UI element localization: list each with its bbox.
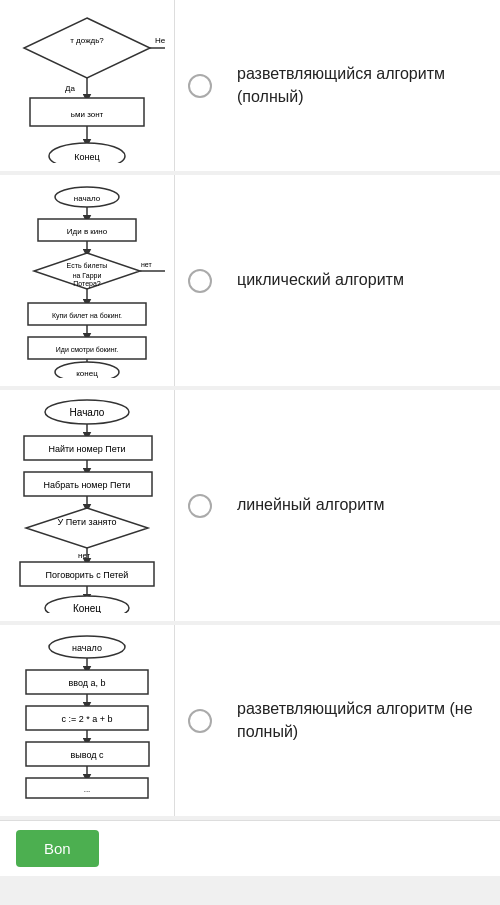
svg-text:т дождь?: т дождь?: [70, 36, 104, 45]
diagram-svg-2: начало Иди в кино Есть билеты на Гарри П…: [10, 183, 165, 378]
radio-circle-4[interactable]: [188, 709, 212, 733]
svg-text:Набрать номер Пети: Набрать номер Пети: [43, 480, 130, 490]
radio-4[interactable]: [175, 625, 225, 816]
svg-text:нет: нет: [141, 261, 153, 268]
svg-text:Конец: Конец: [72, 603, 100, 613]
svg-text:Начало: Начало: [69, 407, 104, 418]
diagram-2: начало Иди в кино Есть билеты на Гарри П…: [0, 175, 175, 386]
label-3: линейный алгоритм: [225, 390, 500, 621]
radio-circle-1[interactable]: [188, 74, 212, 98]
svg-text:ввод a, b: ввод a, b: [68, 678, 105, 688]
item-label-4: разветвляющийся алгоритм (не полный): [237, 698, 488, 743]
svg-text:Иди смотри бокинг.: Иди смотри бокинг.: [55, 346, 117, 354]
svg-text:Конец: Конец: [74, 152, 99, 162]
svg-text:Да: Да: [65, 84, 75, 93]
svg-text:Нет: Нет: [155, 36, 165, 45]
radio-1[interactable]: [175, 0, 225, 171]
check-button[interactable]: Bon: [16, 830, 99, 867]
svg-text:конец: конец: [76, 369, 98, 378]
quiz-item-1: т дождь? Нет Да ьми зонт Конец: [0, 0, 500, 171]
item-label-1: разветвляющийся алгоритм (полный): [237, 63, 488, 108]
diagram-4: начало ввод a, b c := 2 * a + b вывод c …: [0, 625, 175, 816]
quiz-container: т дождь? Нет Да ьми зонт Конец: [0, 0, 500, 876]
svg-text:вывод c: вывод c: [70, 750, 103, 760]
svg-text:начало: начало: [73, 194, 100, 203]
quiz-item-4: начало ввод a, b c := 2 * a + b вывод c …: [0, 625, 500, 816]
quiz-item-3: Начало Найти номер Пети Набрать номер Пе…: [0, 390, 500, 621]
diagram-svg-4: начало ввод a, b c := 2 * a + b вывод c …: [10, 633, 165, 808]
svg-text:на Гарри: на Гарри: [72, 272, 101, 280]
item-label-3: линейный алгоритм: [237, 494, 384, 516]
bottom-bar: Bon: [0, 820, 500, 876]
label-2: циклический алгоритм: [225, 175, 500, 386]
svg-text:Купи билет на бокинг.: Купи билет на бокинг.: [51, 312, 121, 320]
svg-text:ьми зонт: ьми зонт: [70, 110, 103, 119]
svg-text:Есть билеты: Есть билеты: [66, 262, 107, 269]
radio-3[interactable]: [175, 390, 225, 621]
svg-text:...: ...: [83, 785, 90, 794]
svg-text:Найти номер Пети: Найти номер Пети: [48, 444, 125, 454]
quiz-item-2: начало Иди в кино Есть билеты на Гарри П…: [0, 175, 500, 386]
radio-2[interactable]: [175, 175, 225, 386]
svg-marker-41: [26, 508, 148, 548]
diagram-svg-1: т дождь? Нет Да ьми зонт Конец: [10, 8, 165, 163]
radio-circle-3[interactable]: [188, 494, 212, 518]
svg-text:нет: нет: [78, 551, 91, 560]
diagram-1: т дождь? Нет Да ьми зонт Конец: [0, 0, 175, 171]
svg-text:начало: начало: [72, 643, 102, 653]
svg-text:У Пети занято: У Пети занято: [57, 517, 116, 527]
item-label-2: циклический алгоритм: [237, 269, 404, 291]
radio-circle-2[interactable]: [188, 269, 212, 293]
label-1: разветвляющийся алгоритм (полный): [225, 0, 500, 171]
svg-text:Поговорить с Петей: Поговорить с Петей: [45, 570, 128, 580]
svg-text:Потера?: Потера?: [73, 280, 101, 288]
diagram-3: Начало Найти номер Пети Набрать номер Пе…: [0, 390, 175, 621]
svg-marker-0: [24, 18, 150, 78]
svg-text:c := 2 * a + b: c := 2 * a + b: [61, 714, 112, 724]
svg-text:Иди в кино: Иди в кино: [66, 227, 107, 236]
label-4: разветвляющийся алгоритм (не полный): [225, 625, 500, 816]
diagram-svg-3: Начало Найти номер Пети Набрать номер Пе…: [10, 398, 165, 613]
